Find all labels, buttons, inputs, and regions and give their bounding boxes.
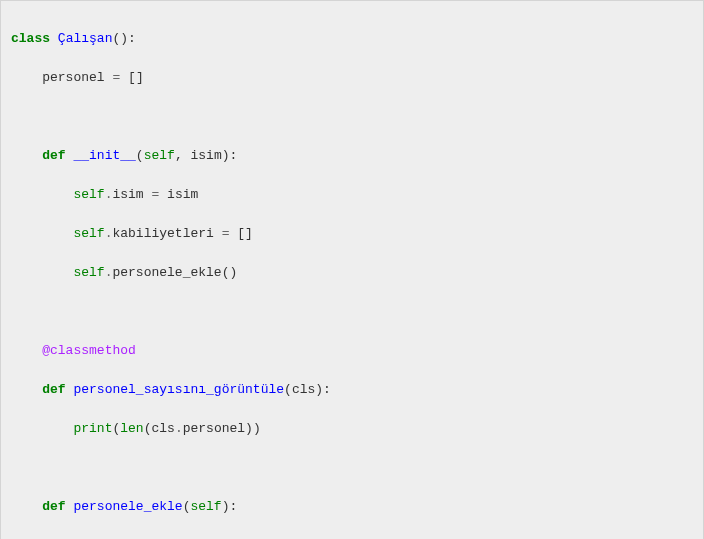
code-line: self.personel.append(self.isim): [11, 536, 693, 540]
function-name: personel_sayısını_görüntüle: [73, 382, 284, 397]
function-name: personele_ekle: [73, 499, 182, 514]
variable: personel: [42, 70, 104, 85]
decorator: @classmethod: [42, 343, 136, 358]
keyword-def: def: [42, 148, 65, 163]
function-name: __init__: [73, 148, 135, 163]
code-line: [11, 458, 693, 478]
code-line: self.personele_ekle(): [11, 263, 693, 283]
class-name: Çalışan: [58, 31, 113, 46]
code-line: @classmethod: [11, 341, 693, 361]
self-param: self: [144, 148, 175, 163]
code-line: print(len(cls.personel)): [11, 419, 693, 439]
code-block: class Çalışan(): personel = [] def __ini…: [0, 0, 704, 539]
code-line: [11, 302, 693, 322]
code-line: [11, 107, 693, 127]
code-line: def __init__(self, isim):: [11, 146, 693, 166]
code-line: def personele_ekle(self):: [11, 497, 693, 517]
code-line: self.isim = isim: [11, 185, 693, 205]
code-line: personel = []: [11, 68, 693, 88]
code-line: self.kabiliyetleri = []: [11, 224, 693, 244]
keyword-class: class: [11, 31, 50, 46]
code-line: def personel_sayısını_görüntüle(cls):: [11, 380, 693, 400]
builtin-print: print: [73, 421, 112, 436]
code-line: class Çalışan():: [11, 29, 693, 49]
